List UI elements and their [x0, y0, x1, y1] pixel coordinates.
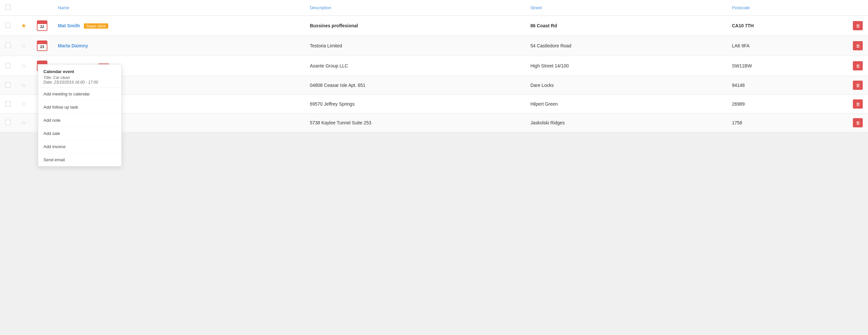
context-event-title: Calendar event	[43, 69, 116, 74]
postcode-cell: 94148	[726, 76, 847, 95]
star-header	[16, 0, 32, 16]
postcode-column-header: Postcode	[726, 0, 847, 16]
context-menu-add-invoice[interactable]: Add invoice	[38, 140, 121, 153]
description-cell: Asante Group LLC	[305, 56, 525, 76]
action-cell: 🗑	[847, 95, 868, 114]
street-cell: 86 Coast Rd	[525, 16, 727, 36]
street-cell: Dare Locks	[525, 76, 727, 95]
select-all-header	[0, 0, 16, 16]
description-cell: 69570 Jeffrey Springs	[305, 95, 525, 114]
postcode-cell: 26989	[726, 95, 847, 114]
star-cell: ☆	[16, 76, 32, 95]
street-cell: Hilpert Green	[525, 95, 727, 114]
calendar-cell: 22	[32, 16, 53, 36]
name-cell: Mat Smith Super client	[53, 16, 305, 36]
name-link[interactable]: Mat Smith	[58, 23, 80, 28]
calendar-icon[interactable]: 23	[37, 40, 48, 51]
description-cell: Testoria Limited	[305, 36, 525, 56]
action-cell: 🗑	[847, 114, 868, 132]
action-cell: 🗑	[847, 16, 868, 36]
context-menu-send-email[interactable]: Send email	[38, 153, 121, 166]
context-event-item-title: Title: Car clean	[43, 75, 116, 80]
row-checkbox-cell	[0, 114, 16, 132]
star-cell: ☆	[16, 36, 32, 56]
row-checkbox[interactable]	[5, 23, 10, 28]
context-event-item-date: Date: 23/10/2019 16:00 - 17:00	[43, 80, 116, 85]
action-cell: 🗑	[847, 36, 868, 56]
delete-button[interactable]: 🗑	[853, 118, 863, 127]
calendar-icon[interactable]: 22	[37, 21, 48, 31]
delete-button[interactable]: 🗑	[853, 41, 863, 50]
star-cell: ☆	[16, 114, 32, 132]
star-icon[interactable]: ☆	[21, 119, 26, 126]
context-menu: Calendar event Title: Car clean Date: 23…	[38, 64, 122, 166]
super-client-badge: Super client	[84, 23, 108, 29]
table-row: ☆ 23 Martin Kowalsky VIP Asante Group LL…	[0, 56, 868, 76]
postcode-cell: CA10 7TH	[726, 16, 847, 36]
description-cell: 5738 Kaylee Tunnel Suite 253	[305, 114, 525, 132]
postcode-cell: 1758	[726, 114, 847, 132]
action-cell: 🗑	[847, 56, 868, 76]
street-cell: 54 Castledore Road	[525, 36, 727, 56]
star-cell: ★	[16, 16, 32, 36]
row-checkbox-cell	[0, 95, 16, 114]
delete-button[interactable]: 🗑	[853, 61, 863, 70]
star-cell: ☆	[16, 56, 32, 76]
table-row: ☆ tag2 tag3 69570 Jeffrey Springs Hilper…	[0, 95, 868, 114]
delete-button[interactable]: 🗑	[853, 21, 863, 30]
name-column-header: Name	[53, 0, 305, 16]
context-menu-add-note[interactable]: Add note	[38, 114, 121, 127]
row-checkbox-cell	[0, 76, 16, 95]
context-menu-header: Calendar event Title: Car clean Date: 23…	[38, 64, 121, 88]
context-menu-add-meeting[interactable]: Add meeting to calendar	[38, 88, 121, 101]
row-checkbox[interactable]	[5, 120, 10, 125]
street-cell: High Street 14/100	[525, 56, 727, 76]
star-cell: ☆	[16, 95, 32, 114]
street-cell: Jaskolski Ridges	[525, 114, 727, 132]
calendar-cell: 23	[32, 36, 53, 56]
star-icon[interactable]: ☆	[21, 101, 26, 107]
table-row: ★ 22 Mat Smith Super client Bussines pro…	[0, 16, 868, 36]
description-cell: Bussines proffesional	[305, 16, 525, 36]
row-checkbox[interactable]	[5, 82, 10, 88]
description-cell: 04808 Ceasar Isle Apt. 651	[305, 76, 525, 95]
context-menu-add-followup[interactable]: Add follow up task	[38, 101, 121, 114]
context-menu-add-sale[interactable]: Add sale	[38, 127, 121, 140]
calendar-header	[32, 0, 53, 16]
description-column-header: Description	[305, 0, 525, 16]
row-checkbox[interactable]	[5, 63, 10, 68]
row-checkbox-cell	[0, 56, 16, 76]
row-checkbox-cell	[0, 36, 16, 56]
select-all-checkbox[interactable]	[5, 5, 10, 10]
star-icon[interactable]: ★	[21, 22, 26, 29]
action-column-header	[847, 0, 868, 16]
name-link[interactable]: Marta Daimny	[58, 43, 88, 49]
street-column-header: Street	[525, 0, 727, 16]
table-row: ☆ 04808 Ceasar Isle Apt. 651 Dare Locks …	[0, 76, 868, 95]
postcode-cell: SW11BW	[726, 56, 847, 76]
row-checkbox-cell	[0, 16, 16, 36]
star-icon[interactable]: ☆	[21, 42, 26, 49]
table-row: ☆ 23 Marta Daimny Testoria Limited 54 Ca…	[0, 36, 868, 56]
postcode-cell: LA6 9FA	[726, 36, 847, 56]
delete-button[interactable]: 🗑	[853, 81, 863, 90]
delete-button[interactable]: 🗑	[853, 99, 863, 109]
table-row: ☆ 5738 Kaylee Tunnel Suite 253 Jaskolski…	[0, 114, 868, 132]
row-checkbox[interactable]	[5, 101, 10, 106]
row-checkbox[interactable]	[5, 43, 10, 48]
star-icon[interactable]: ☆	[21, 82, 26, 89]
action-cell: 🗑	[847, 76, 868, 95]
star-icon[interactable]: ☆	[21, 63, 26, 69]
name-cell: Marta Daimny	[53, 36, 305, 56]
